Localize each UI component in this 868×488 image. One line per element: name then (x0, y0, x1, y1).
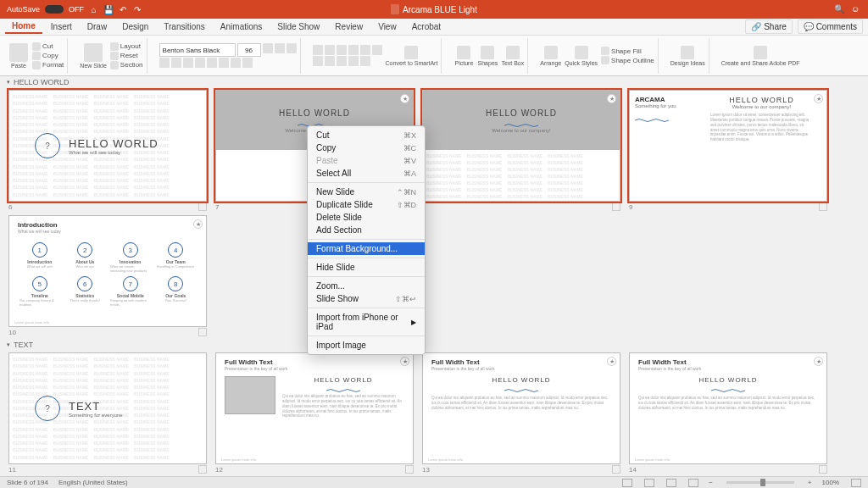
undo-icon[interactable]: ↶ (118, 5, 127, 14)
section-text[interactable]: ▾TEXT (0, 339, 868, 351)
bold-icon[interactable] (159, 58, 170, 68)
tab-draw[interactable]: Draw (81, 20, 114, 33)
slide-13[interactable]: Full Width TextPresentation is the key o… (422, 352, 620, 464)
columns-icon[interactable] (360, 56, 370, 66)
decrease-font-icon[interactable] (275, 43, 285, 53)
bullets-icon[interactable] (313, 45, 323, 55)
menu-item[interactable]: Import Image (308, 339, 425, 352)
zoom-out-icon[interactable]: − (709, 479, 713, 486)
tab-acrobat[interactable]: Acrobat (405, 20, 448, 33)
tab-slideshow[interactable]: Slide Show (270, 20, 326, 33)
slide-12[interactable]: Full Width TextPresentation is the key o… (215, 352, 414, 464)
menu-item[interactable]: Add Section (308, 224, 425, 236)
italic-icon[interactable] (171, 58, 181, 68)
menu-item[interactable]: Format Background... (308, 242, 425, 255)
zoom-slider[interactable] (726, 481, 794, 484)
menu-item[interactable]: Import from iPhone or iPad▶ (308, 311, 425, 333)
menu-item[interactable]: Copy⌘C (308, 141, 425, 154)
animation-indicator[interactable]: ★ (400, 357, 409, 366)
search-icon[interactable]: 🔍 (834, 4, 844, 14)
menu-item[interactable]: Select All⌘A (308, 167, 425, 180)
language[interactable]: English (United States) (58, 479, 128, 486)
adobe-pdf-button[interactable]: Create and Share Adobe PDF (721, 46, 800, 66)
line-spacing-icon[interactable] (360, 45, 370, 55)
cut-button[interactable]: Cut (32, 42, 64, 51)
strike-icon[interactable] (195, 58, 205, 68)
normal-view-icon[interactable] (622, 479, 632, 487)
justify-icon[interactable] (348, 56, 359, 66)
slide-8[interactable]: HELLO WORLD Welcome to our company! BUSI… (422, 90, 620, 202)
redo-icon[interactable]: ↷ (132, 5, 142, 14)
tab-animations[interactable]: Animations (214, 20, 269, 33)
tab-transitions[interactable]: Transitions (157, 20, 212, 33)
slide-14[interactable]: Full Width TextPresentation is the key o… (629, 352, 827, 464)
design-ideas-button[interactable]: Design Ideas (670, 46, 705, 66)
copy-button[interactable]: Copy (32, 52, 64, 60)
menu-item[interactable]: Slide Show⇧⌘↩ (308, 292, 425, 305)
arrange-button[interactable]: Arrange (540, 46, 561, 66)
shapes-button[interactable]: Shapes (477, 46, 498, 66)
tab-insert[interactable]: Insert (44, 20, 79, 33)
zoom-level[interactable]: 100% (822, 479, 839, 486)
shadow-icon[interactable] (207, 58, 217, 68)
collapse-icon[interactable]: ▾ (7, 79, 10, 86)
menu-item[interactable]: Cut⌘X (308, 129, 425, 141)
slide-6[interactable]: BUSINESS NAMEBUSINESS NAMEBUSINESS NAMEB… (8, 90, 207, 202)
font-color-icon[interactable] (242, 58, 253, 68)
animation-indicator[interactable]: ★ (814, 94, 823, 103)
picture-button[interactable]: Picture (453, 46, 474, 66)
indent-less-icon[interactable] (337, 45, 347, 55)
menu-item[interactable]: Paste⌘V (308, 154, 425, 167)
increase-font-icon[interactable] (263, 43, 273, 53)
spacing-icon[interactable] (219, 58, 229, 68)
indent-more-icon[interactable] (348, 45, 359, 55)
menu-item[interactable]: Delete Slide (308, 211, 425, 224)
section-button[interactable]: Section (110, 61, 143, 69)
animation-indicator[interactable]: ★ (607, 94, 616, 103)
numbering-icon[interactable] (325, 45, 335, 55)
menu-item[interactable]: New Slide⌃⌘N (308, 186, 425, 198)
comments-button[interactable]: 💬 Comments (798, 19, 863, 34)
save-icon[interactable]: 💾 (103, 5, 113, 14)
menu-item[interactable]: Hide Slide (308, 261, 425, 274)
shape-fill-button[interactable]: Shape Fill (601, 47, 654, 55)
slideshow-view-icon[interactable] (688, 479, 698, 487)
align-center-icon[interactable] (325, 56, 335, 66)
underline-icon[interactable] (183, 58, 193, 68)
slide-sorter[interactable]: ▾HELLO WORLD BUSINESS NAMEBUSINESS NAMEB… (0, 76, 868, 476)
home-icon[interactable]: ⌂ (89, 5, 98, 14)
new-slide-button[interactable]: New Slide (80, 43, 107, 69)
highlight-icon[interactable] (231, 58, 241, 68)
menu-item[interactable]: Duplicate Slide⇧⌘D (308, 198, 425, 211)
tab-review[interactable]: Review (328, 20, 370, 33)
zoom-in-icon[interactable]: + (808, 479, 812, 486)
animation-indicator[interactable]: ★ (814, 357, 823, 366)
textbox-button[interactable]: Text Box (501, 46, 524, 66)
paste-button[interactable]: Paste (8, 43, 29, 69)
tab-home[interactable]: Home (5, 19, 42, 34)
quick-styles-button[interactable]: Quick Styles (565, 46, 598, 66)
align-left-icon[interactable] (313, 56, 323, 66)
font-size-select[interactable]: 96 (237, 43, 261, 57)
tab-view[interactable]: View (371, 20, 403, 33)
slide-11[interactable]: BUSINESS NAMEBUSINESS NAMEBUSINESS NAMEB… (8, 352, 207, 464)
text-dir-icon[interactable] (372, 45, 382, 55)
reset-button[interactable]: Reset (110, 52, 143, 60)
sorter-view-icon[interactable] (644, 479, 654, 487)
align-right-icon[interactable] (337, 56, 347, 66)
animation-indicator[interactable]: ★ (193, 219, 203, 229)
format-painter-button[interactable]: Format (32, 61, 64, 69)
layout-button[interactable]: Layout (110, 42, 143, 51)
menu-item[interactable]: Zoom... (308, 280, 425, 292)
font-select[interactable]: Benton Sans Black (159, 43, 236, 57)
fit-icon[interactable] (851, 479, 861, 487)
collapse-icon[interactable]: ▾ (7, 341, 10, 348)
slide-10[interactable]: Introduction What we will see today 1Int… (8, 215, 207, 327)
autosave-toggle[interactable] (45, 5, 64, 14)
tab-design[interactable]: Design (115, 20, 155, 33)
clear-format-icon[interactable] (287, 43, 297, 53)
reading-view-icon[interactable] (666, 479, 676, 487)
shape-outline-button[interactable]: Shape Outline (601, 56, 654, 64)
smartart-button[interactable]: Convert to SmartArt (386, 46, 438, 66)
slide-9[interactable]: ARCAMA Something for you HELLO WORLD Wel… (629, 90, 827, 202)
